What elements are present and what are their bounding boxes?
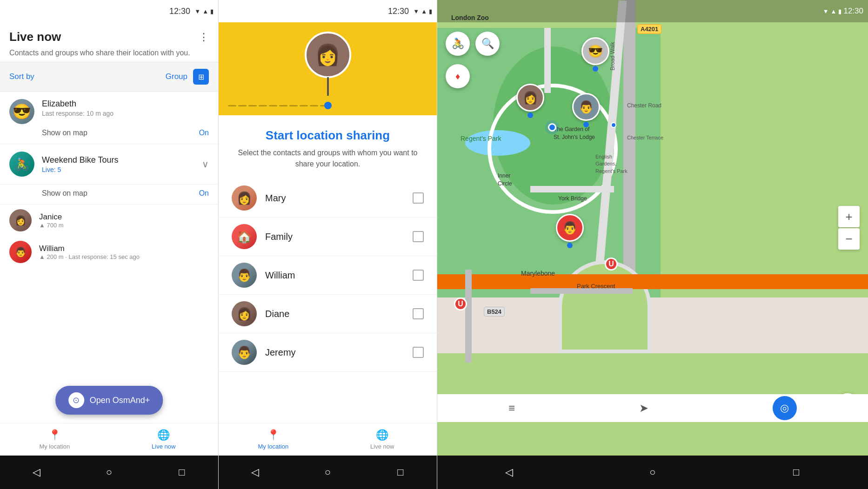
recents-btn-2[interactable]: □ [390, 462, 411, 482]
status-bar-2: 12:30 ▼ ▲ ▮ [219, 0, 437, 22]
person-pin-woman: 👩 [516, 84, 544, 118]
share-title: Start location sharing [219, 115, 437, 147]
status-bar-1: 12:30 ▼ ▲ ▮ [0, 0, 218, 22]
phone1-system-nav: ◁ ○ □ [0, 456, 218, 489]
share-item-family[interactable]: 🏠 Family [219, 218, 437, 256]
nav-live-now-2[interactable]: 🌐 Live now [328, 423, 437, 456]
contact-william-1[interactable]: 👨 William ▲ 200 m · Last response: 15 se… [0, 236, 218, 268]
my-location-icon-2: 📍 [267, 429, 280, 441]
osmand-label: Open OsmAnd+ [90, 396, 150, 405]
mary-name: Mary [265, 193, 404, 204]
map-menu-btn[interactable]: ≡ [508, 402, 515, 415]
slider-track [228, 105, 427, 106]
sunglasses-avatar: 😎 [581, 37, 609, 65]
back-btn-1[interactable]: ◁ [26, 462, 47, 482]
slider-dash-6 [279, 105, 287, 106]
slider-dash-9 [310, 105, 318, 106]
elizabeth-on[interactable]: On [199, 129, 209, 137]
slider-bar[interactable] [219, 96, 437, 115]
slider-dash-3 [248, 105, 257, 106]
redman-dot [567, 243, 573, 248]
bike-tours-map-row: Show on map On [0, 185, 218, 205]
janice-info: Janice ▲ 700 m [39, 212, 64, 229]
status-time-2: 12:30 [388, 7, 409, 16]
map-navigate-btn[interactable]: ➤ [639, 402, 648, 415]
share-item-jeremy[interactable]: 👨 Jeremy [219, 333, 437, 372]
hamburger-icon: ≡ [508, 402, 515, 415]
diane-name: Diane [265, 309, 404, 319]
diane-checkbox[interactable] [413, 308, 424, 319]
home-btn-2[interactable]: ○ [317, 462, 338, 482]
tube-symbol-2: U [454, 297, 467, 311]
share-item-william[interactable]: 👨 William [219, 256, 437, 295]
william-avatar-2: 👨 [232, 263, 257, 288]
bike-tours-name: Weekend Bike Tours [42, 155, 194, 165]
zoom-controls: + − [838, 206, 860, 250]
william-name-2: William [265, 270, 404, 281]
contact-elizabeth[interactable]: 😎 Elizabeth Last response: 10 m ago [0, 92, 218, 124]
group-bike-tours[interactable]: 🚴 Weekend Bike Tours Live: 5 ∨ [0, 144, 218, 185]
back-btn-2[interactable]: ◁ [245, 462, 265, 482]
slider-dash-8 [300, 105, 308, 106]
home-btn-3[interactable]: ○ [642, 462, 663, 482]
jeremy-checkbox[interactable] [413, 347, 424, 358]
live-now-subtitle: Contacts and groups who share their loca… [9, 48, 209, 58]
phone3-system-nav: ◁ ○ □ [437, 456, 868, 489]
sort-by-label[interactable]: Sort by [9, 72, 34, 81]
mary-avatar: 👩 [232, 185, 257, 211]
mary-emoji: 👩 [237, 191, 252, 205]
york-bridge [530, 186, 614, 192]
sort-bar: Sort by Group ⊞ [0, 62, 218, 92]
osmand-icon: ⊙ [68, 392, 84, 408]
grid-view-icon[interactable]: ⊞ [193, 69, 209, 85]
profile-face: 👩 [315, 43, 341, 67]
elizabeth-avatar: 😎 [9, 99, 34, 124]
family-name: Family [265, 231, 404, 242]
back-btn-3[interactable]: ◁ [499, 462, 519, 482]
bike-tours-live: Live: 5 [42, 166, 194, 173]
nav-live-now-1[interactable]: 🌐 Live now [109, 423, 219, 456]
william-avatar-1: 👨 [9, 241, 32, 263]
zoom-in-btn[interactable]: + [838, 206, 860, 227]
signal-icon: ▲ [202, 8, 208, 15]
slider-dash-1 [228, 105, 236, 106]
chiltern-st [465, 270, 472, 363]
location-center-btn[interactable]: ◎ [773, 396, 797, 420]
current-location-dot [548, 123, 556, 132]
janice-avatar: 👩 [9, 209, 32, 231]
live-now-icon-2: 🌐 [376, 429, 388, 441]
recents-btn-3[interactable]: □ [786, 462, 807, 482]
battery-icon-2: ▮ [429, 8, 432, 15]
route-dot-1 [611, 122, 616, 128]
cycling-fab[interactable]: 🚴 [446, 32, 470, 56]
more-menu-button[interactable]: ⋮ [199, 31, 209, 43]
mary-checkbox[interactable] [413, 192, 424, 204]
share-list: 👩 Mary 🏠 Family 👨 William 👩 Diane [219, 179, 437, 423]
phone2-bottom-nav: 📍 My location 🌐 Live now [219, 423, 437, 456]
elizabeth-show-map: Show on map [42, 129, 87, 137]
map-view[interactable]: ▼ ▲ ▮ 12:30 A4201 [437, 0, 868, 456]
share-subtitle: Select the contacts and groups with whom… [219, 147, 437, 179]
group-label[interactable]: Group [166, 72, 187, 81]
bike-tours-on[interactable]: On [199, 189, 209, 198]
search-fab[interactable]: 🔍 [475, 32, 500, 56]
navigate-fab[interactable]: ♦ [446, 64, 470, 88]
nav-my-location-1[interactable]: 📍 My location [0, 423, 109, 456]
elizabeth-name: Elizabeth [42, 99, 209, 109]
home-btn-1[interactable]: ○ [99, 462, 119, 482]
sort-right: Group ⊞ [166, 69, 209, 85]
janice-emoji: 👩 [15, 215, 27, 226]
zoom-out-btn[interactable]: − [838, 228, 860, 250]
contact-janice[interactable]: 👩 Janice ▲ 700 m [0, 205, 218, 236]
person-pin-redman: 👨 [556, 214, 584, 248]
road-north [544, 28, 551, 93]
share-item-diane[interactable]: 👩 Diane [219, 295, 437, 333]
recents-btn-1[interactable]: □ [172, 462, 192, 482]
share-item-mary[interactable]: 👩 Mary [219, 179, 437, 218]
family-checkbox[interactable] [413, 231, 424, 242]
osmand-overlay[interactable]: ⊙ Open OsmAnd+ [55, 386, 163, 415]
nav-my-location-2[interactable]: 📍 My location [219, 423, 328, 456]
wifi-icon: ▼ [194, 8, 200, 15]
yellow-banner: 👩 [219, 22, 437, 115]
william-checkbox[interactable] [413, 270, 424, 281]
